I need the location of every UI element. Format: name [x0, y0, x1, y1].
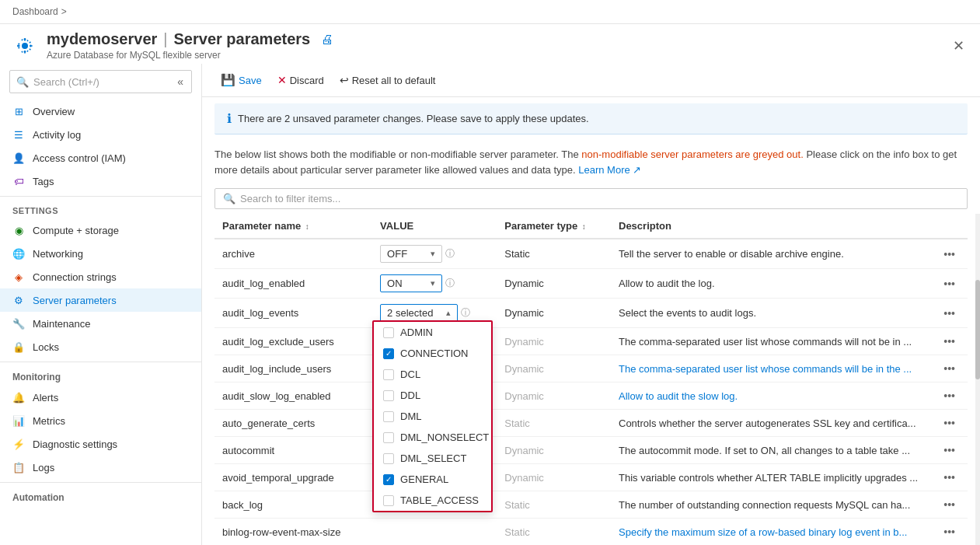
title-separator: |: [163, 30, 167, 48]
sidebar-item-logs[interactable]: 📋 Logs: [0, 456, 201, 479]
dropdown-option-dml[interactable]: DML: [374, 406, 491, 427]
breadcrumb[interactable]: Dashboard >: [12, 6, 67, 17]
param-value-cell[interactable]: 2 selected ▴ ⓘ ADMIN: [372, 299, 497, 328]
sidebar-item-alerts[interactable]: 🔔 Alerts: [0, 386, 201, 409]
info-circle-icon[interactable]: ⓘ: [445, 247, 455, 260]
param-type: Dynamic: [497, 299, 611, 328]
sidebar-item-tags[interactable]: 🏷 Tags: [0, 169, 201, 193]
more-actions-button[interactable]: •••: [939, 276, 960, 292]
breadcrumb-dashboard[interactable]: Dashboard: [12, 6, 58, 17]
admin-checkbox[interactable]: [383, 327, 394, 338]
dropdown-option-dml-select[interactable]: DML_SELECT: [374, 448, 491, 469]
table-row: back_log Static The number of outstandin…: [214, 491, 968, 519]
discard-button[interactable]: ✕ Discard: [271, 71, 330, 89]
general-checkbox[interactable]: ✓: [383, 474, 394, 485]
more-actions-button[interactable]: •••: [939, 388, 960, 404]
param-description: The comma-separated user list whose comm…: [611, 355, 931, 383]
dropdown-option-table-access[interactable]: TABLE_ACCESS: [374, 490, 491, 511]
connection-checkbox[interactable]: ✓: [383, 348, 394, 359]
sidebar-item-access-control[interactable]: 👤 Access control (IAM): [0, 146, 201, 169]
sidebar-item-locks-label: Locks: [33, 341, 59, 353]
sidebar-item-maintenance[interactable]: 🔧 Maintenance: [0, 312, 201, 335]
sidebar-item-logs-label: Logs: [33, 462, 54, 473]
archive-dropdown[interactable]: OFF ▾: [380, 245, 442, 263]
sidebar-item-connection-strings[interactable]: ◈ Connection strings: [0, 265, 201, 288]
more-actions-button[interactable]: •••: [939, 470, 960, 485]
param-name: back_log: [214, 491, 372, 519]
admin-label: ADMIN: [400, 327, 433, 338]
more-actions-button[interactable]: •••: [939, 334, 960, 349]
reset-button[interactable]: ↩ Reset all to default: [333, 71, 442, 89]
param-description: Tell the server to enable or disable arc…: [611, 239, 931, 269]
info-circle-icon[interactable]: ⓘ: [461, 306, 470, 320]
sidebar-item-networking[interactable]: 🌐 Networking: [0, 242, 201, 265]
param-name: audit_log_include_users: [214, 355, 372, 383]
save-button[interactable]: 💾 Save: [214, 70, 268, 90]
sidebar-item-overview[interactable]: ⊞ Overview: [0, 100, 201, 123]
param-value-cell[interactable]: [372, 519, 497, 546]
main-layout: 🔍 « ⊞ Overview ☰ Activity log 👤 Access c…: [0, 64, 980, 545]
sidebar-item-compute-storage[interactable]: ◉ Compute + storage: [0, 218, 201, 242]
collapse-button[interactable]: «: [176, 74, 185, 89]
activity-log-icon: ☰: [12, 128, 25, 141]
more-actions-button[interactable]: •••: [939, 361, 960, 376]
dml-nonselect-checkbox[interactable]: [383, 432, 394, 443]
dcl-checkbox[interactable]: [383, 369, 394, 380]
audit-log-events-dropdown[interactable]: 2 selected ▴: [380, 304, 458, 322]
dropdown-option-dcl[interactable]: DCL: [374, 364, 491, 385]
dropdown-option-dml-nonselect[interactable]: DML_NONSELECT: [374, 427, 491, 448]
header-subtitle: Azure Database for MySQL flexible server: [47, 50, 940, 61]
learn-more-link[interactable]: Learn More ↗: [578, 164, 641, 176]
print-button[interactable]: 🖨: [316, 31, 338, 48]
params-table: Parameter name ↕ VALUE Parameter type ↕ …: [214, 214, 968, 545]
param-description: Allow to audit the slow log.: [611, 383, 931, 410]
param-type: Static: [497, 491, 611, 519]
dml-select-checkbox[interactable]: [383, 453, 394, 464]
chevron-down-icon: ▾: [431, 278, 435, 288]
col-header-name[interactable]: Parameter name ↕: [214, 214, 372, 239]
sidebar-item-maintenance-label: Maintenance: [33, 318, 90, 330]
discard-icon: ✕: [277, 74, 287, 86]
info-circle-icon[interactable]: ⓘ: [445, 277, 455, 290]
alerts-icon: 🔔: [12, 391, 25, 404]
param-value-cell[interactable]: ON ▾ ⓘ: [372, 269, 497, 299]
param-name: auto_generate_certs: [214, 410, 372, 437]
dropdown-option-general[interactable]: ✓ GENERAL: [374, 469, 491, 490]
close-button[interactable]: ✕: [950, 34, 968, 58]
dropdown-option-admin[interactable]: ADMIN: [374, 322, 491, 343]
search-box[interactable]: 🔍 «: [9, 70, 192, 93]
sidebar-item-tags-label: Tags: [33, 176, 54, 187]
sidebar-item-compute-storage-label: Compute + storage: [33, 225, 119, 236]
scrollbar-thumb[interactable]: [975, 280, 980, 379]
param-type: Dynamic: [497, 383, 611, 410]
ddl-label: DDL: [400, 390, 420, 401]
more-actions-button[interactable]: •••: [939, 246, 960, 262]
sidebar-item-locks[interactable]: 🔒 Locks: [0, 335, 201, 358]
sidebar-item-server-parameters[interactable]: ⚙ Server parameters: [0, 288, 201, 312]
table-row: archive OFF ▾ ⓘ Static Tell the se: [214, 239, 968, 269]
param-value-cell[interactable]: OFF ▾ ⓘ: [372, 239, 497, 269]
search-input[interactable]: [33, 76, 171, 88]
sidebar: 🔍 « ⊞ Overview ☰ Activity log 👤 Access c…: [0, 64, 202, 545]
more-actions-button[interactable]: •••: [939, 442, 960, 458]
dropdown-option-connection[interactable]: ✓ CONNECTION: [374, 343, 491, 364]
col-header-value: VALUE: [372, 214, 497, 239]
sidebar-item-metrics[interactable]: 📊 Metrics: [0, 409, 201, 432]
ddl-checkbox[interactable]: [383, 390, 394, 401]
audit-log-enabled-dropdown[interactable]: ON ▾: [380, 274, 442, 292]
sidebar-item-activity-log[interactable]: ☰ Activity log: [0, 123, 201, 146]
sidebar-item-diagnostic-settings[interactable]: ⚡ Diagnostic settings: [0, 432, 201, 456]
more-actions-button[interactable]: •••: [939, 415, 960, 431]
param-description: Specify the maximum size of a row-based …: [611, 519, 931, 546]
table-access-checkbox[interactable]: [383, 495, 394, 506]
dml-checkbox[interactable]: [383, 411, 394, 422]
more-actions-button[interactable]: •••: [939, 524, 960, 540]
dropdown-option-ddl[interactable]: DDL: [374, 385, 491, 406]
filter-input[interactable]: [240, 193, 959, 204]
more-actions-button[interactable]: •••: [939, 497, 960, 512]
more-actions-button[interactable]: •••: [939, 306, 960, 321]
param-type: Static: [497, 239, 611, 269]
scrollbar-track[interactable]: [975, 214, 980, 545]
filter-input-wrap[interactable]: 🔍: [214, 188, 968, 209]
col-header-type[interactable]: Parameter type ↕: [497, 214, 611, 239]
